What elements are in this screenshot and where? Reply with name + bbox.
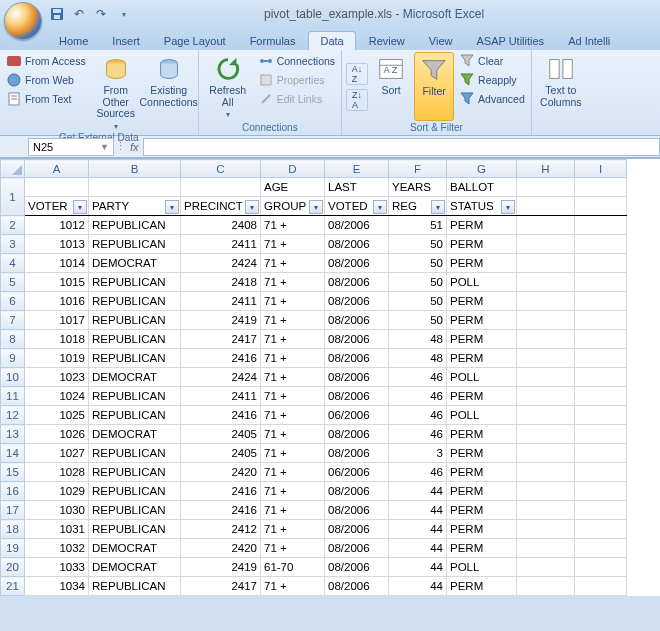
- cell-E9[interactable]: 08/2006: [325, 349, 389, 368]
- cell-D10[interactable]: 71 +: [261, 368, 325, 387]
- cell-A8[interactable]: 1018: [25, 330, 89, 349]
- existing-connections-button[interactable]: Existing Connections: [144, 52, 194, 131]
- cell-E19[interactable]: 08/2006: [325, 539, 389, 558]
- row-header-1[interactable]: 1: [1, 178, 25, 216]
- col-header-H[interactable]: H: [517, 160, 575, 178]
- cell-H4[interactable]: [517, 254, 575, 273]
- cell-G10[interactable]: POLL: [447, 368, 517, 387]
- cell-G3[interactable]: PERM: [447, 235, 517, 254]
- cell-D21[interactable]: 71 +: [261, 577, 325, 596]
- cell-I14[interactable]: [575, 444, 627, 463]
- row-header-6[interactable]: 6: [1, 292, 25, 311]
- cell-G13[interactable]: PERM: [447, 425, 517, 444]
- cell-A15[interactable]: 1028: [25, 463, 89, 482]
- cell-E13[interactable]: 08/2006: [325, 425, 389, 444]
- cell-F8[interactable]: 48: [389, 330, 447, 349]
- cell-H6[interactable]: [517, 292, 575, 311]
- save-icon[interactable]: [48, 5, 66, 23]
- cell-B7[interactable]: REPUBLICAN: [89, 311, 181, 330]
- cell-I8[interactable]: [575, 330, 627, 349]
- cell-H8[interactable]: [517, 330, 575, 349]
- header-cell-empty[interactable]: [575, 197, 627, 216]
- cell-B20[interactable]: DEMOCRAT: [89, 558, 181, 577]
- cell-F9[interactable]: 48: [389, 349, 447, 368]
- tab-insert[interactable]: Insert: [101, 32, 151, 50]
- cell-I12[interactable]: [575, 406, 627, 425]
- cell-H12[interactable]: [517, 406, 575, 425]
- cell-D16[interactable]: 71 +: [261, 482, 325, 501]
- tab-formulas[interactable]: Formulas: [239, 32, 307, 50]
- fx-icon[interactable]: fx: [126, 141, 143, 153]
- row-header-18[interactable]: 18: [1, 520, 25, 539]
- cell-I10[interactable]: [575, 368, 627, 387]
- row-header-17[interactable]: 17: [1, 501, 25, 520]
- cell-D9[interactable]: 71 +: [261, 349, 325, 368]
- row-header-9[interactable]: 9: [1, 349, 25, 368]
- cell-H20[interactable]: [517, 558, 575, 577]
- refresh-all-button[interactable]: Refresh All: [203, 52, 253, 121]
- cell-F2[interactable]: 51: [389, 216, 447, 235]
- cell-F15[interactable]: 46: [389, 463, 447, 482]
- row-header-16[interactable]: 16: [1, 482, 25, 501]
- cell-D11[interactable]: 71 +: [261, 387, 325, 406]
- from-other-sources-button[interactable]: From Other Sources: [91, 52, 141, 131]
- cell-F19[interactable]: 44: [389, 539, 447, 558]
- cell-H18[interactable]: [517, 520, 575, 539]
- row-header-13[interactable]: 13: [1, 425, 25, 444]
- cell-F17[interactable]: 44: [389, 501, 447, 520]
- cell-C14[interactable]: 2405: [181, 444, 261, 463]
- cell-I18[interactable]: [575, 520, 627, 539]
- cell-G2[interactable]: PERM: [447, 216, 517, 235]
- row-header-7[interactable]: 7: [1, 311, 25, 330]
- cell-D4[interactable]: 71 +: [261, 254, 325, 273]
- cell-H21[interactable]: [517, 577, 575, 596]
- cell-E16[interactable]: 08/2006: [325, 482, 389, 501]
- cell-C18[interactable]: 2412: [181, 520, 261, 539]
- col-header-C[interactable]: C: [181, 160, 261, 178]
- tab-page-layout[interactable]: Page Layout: [153, 32, 237, 50]
- header-cell[interactable]: [89, 178, 181, 197]
- cell-A21[interactable]: 1034: [25, 577, 89, 596]
- cell-A19[interactable]: 1032: [25, 539, 89, 558]
- cell-F14[interactable]: 3: [389, 444, 447, 463]
- chevron-down-icon[interactable]: ▼: [100, 142, 109, 152]
- header-cell[interactable]: LAST: [325, 178, 389, 197]
- cell-F3[interactable]: 50: [389, 235, 447, 254]
- cell-F11[interactable]: 46: [389, 387, 447, 406]
- tab-ad-intelli[interactable]: Ad Intelli: [557, 32, 621, 50]
- redo-icon[interactable]: ↷: [92, 5, 110, 23]
- cell-G16[interactable]: PERM: [447, 482, 517, 501]
- cell-E10[interactable]: 08/2006: [325, 368, 389, 387]
- properties-button[interactable]: Properties: [256, 71, 337, 89]
- cell-H5[interactable]: [517, 273, 575, 292]
- cell-C2[interactable]: 2408: [181, 216, 261, 235]
- cell-D15[interactable]: 71 +: [261, 463, 325, 482]
- cell-F6[interactable]: 50: [389, 292, 447, 311]
- tab-asap-utilities[interactable]: ASAP Utilities: [465, 32, 555, 50]
- cell-I2[interactable]: [575, 216, 627, 235]
- filter-dropdown-icon[interactable]: ▼: [373, 200, 387, 214]
- cell-G21[interactable]: PERM: [447, 577, 517, 596]
- cell-A4[interactable]: 1014: [25, 254, 89, 273]
- cell-F5[interactable]: 50: [389, 273, 447, 292]
- cell-B10[interactable]: DEMOCRAT: [89, 368, 181, 387]
- filter-dropdown-icon[interactable]: ▼: [309, 200, 323, 214]
- cell-B2[interactable]: REPUBLICAN: [89, 216, 181, 235]
- cell-H19[interactable]: [517, 539, 575, 558]
- cell-I17[interactable]: [575, 501, 627, 520]
- cell-G17[interactable]: PERM: [447, 501, 517, 520]
- cell-E15[interactable]: 06/2006: [325, 463, 389, 482]
- cell-E8[interactable]: 08/2006: [325, 330, 389, 349]
- cell-I21[interactable]: [575, 577, 627, 596]
- cell-C3[interactable]: 2411: [181, 235, 261, 254]
- cell-I7[interactable]: [575, 311, 627, 330]
- qat-customize-icon[interactable]: [114, 5, 132, 23]
- cell-B3[interactable]: REPUBLICAN: [89, 235, 181, 254]
- cell-B13[interactable]: DEMOCRAT: [89, 425, 181, 444]
- header-cell-precinct[interactable]: PRECINCT▼: [181, 197, 261, 216]
- cell-B5[interactable]: REPUBLICAN: [89, 273, 181, 292]
- cell-B17[interactable]: REPUBLICAN: [89, 501, 181, 520]
- cell-H14[interactable]: [517, 444, 575, 463]
- cell-F20[interactable]: 44: [389, 558, 447, 577]
- cell-F4[interactable]: 50: [389, 254, 447, 273]
